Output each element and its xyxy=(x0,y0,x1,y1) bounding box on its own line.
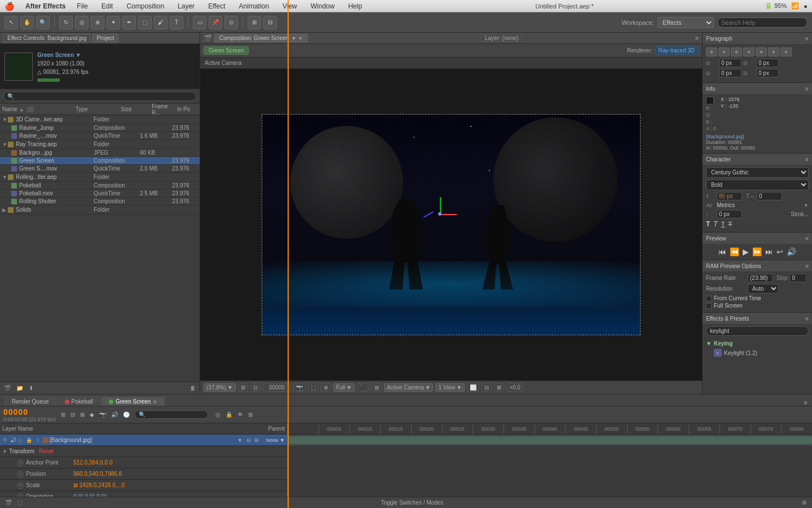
fit-btn[interactable]: ⊞ xyxy=(238,383,248,392)
align-right-btn[interactable]: ≡ xyxy=(731,47,742,56)
reset-btn[interactable]: Reset xyxy=(39,448,54,454)
playhead[interactable] xyxy=(288,423,289,497)
new-folder-btn[interactable]: 📁 xyxy=(15,384,25,392)
rotate-tool[interactable]: ↻ xyxy=(59,16,73,29)
camera-orbit-tool[interactable]: ◎ xyxy=(75,16,89,29)
zoom-control[interactable]: (37.8%) ▼ xyxy=(204,383,236,392)
comp-panel-menu[interactable]: ≡ xyxy=(695,35,699,41)
timeline-timecode[interactable]: 00000 xyxy=(3,408,56,417)
tl-snap-btn[interactable]: ⊟ xyxy=(69,411,77,418)
list-item[interactable]: ▶ Solids Folder xyxy=(0,205,200,214)
list-item[interactable]: Ravine_Jump Composition 23.976 xyxy=(0,124,200,132)
font-size-input[interactable] xyxy=(717,192,742,200)
full-screen-checkbox[interactable] xyxy=(706,303,712,309)
transform-expand[interactable]: ▼ xyxy=(2,449,7,454)
menu-composition[interactable]: Composition xyxy=(124,2,166,10)
keylight-item[interactable]: K Keylight (1.2) xyxy=(703,348,812,358)
list-item[interactable]: Backgro...jpg JPEG 60 KB xyxy=(0,149,200,157)
list-item[interactable]: ▼ 3D Came...ker.aep Folder xyxy=(0,115,200,124)
from-current-checkbox[interactable] xyxy=(706,296,712,301)
unified-tool[interactable]: ✦ xyxy=(107,16,120,29)
tl-switch-btn[interactable]: ⊞ xyxy=(246,411,254,418)
apple-menu[interactable]: 🍎 xyxy=(5,2,14,11)
prev-audio-btn[interactable]: 🔊 xyxy=(787,247,796,256)
hand-tool[interactable]: ✋ xyxy=(20,16,34,29)
layer-vis-icon[interactable]: 👁 xyxy=(2,437,9,443)
3d-btn[interactable]: ⬜ xyxy=(467,383,479,392)
justify-right-btn[interactable]: ≡ xyxy=(768,47,779,56)
timeline-search-input[interactable] xyxy=(135,410,208,419)
green-screen-btn[interactable]: Green Screen xyxy=(204,46,249,55)
workspace-select[interactable]: Effects xyxy=(657,17,714,28)
effects-panel-menu[interactable]: ≡ xyxy=(805,316,809,322)
import-btn[interactable]: ⬆ xyxy=(27,384,35,392)
align-center-btn[interactable]: ≡ xyxy=(718,47,730,56)
list-item[interactable]: Pokeball Composition 23.976 xyxy=(0,182,200,190)
pen-tool[interactable]: ✒ xyxy=(122,16,136,29)
indent-input-4[interactable] xyxy=(756,69,779,77)
project-search-input[interactable] xyxy=(3,91,196,101)
pin-tool[interactable]: 📌 xyxy=(209,16,222,29)
tabs-menu-btn[interactable]: ≡ xyxy=(804,399,807,406)
layer-lock-icon[interactable]: 🔒 xyxy=(26,437,33,443)
anchor-stopwatch[interactable]: ⊙ xyxy=(17,459,24,466)
prev-loop-btn[interactable]: ↩ xyxy=(776,247,783,256)
italic-btn[interactable]: T xyxy=(713,220,717,228)
quality-select[interactable]: Full ▼ xyxy=(333,383,355,392)
font-style-select[interactable]: Bold xyxy=(706,179,809,190)
justify-all-btn[interactable]: ≡ xyxy=(756,47,767,56)
indent-input-3[interactable] xyxy=(719,69,742,77)
indent-input-2[interactable] xyxy=(756,59,779,67)
roto-tool[interactable]: ⊙ xyxy=(224,16,238,29)
pan-tool[interactable]: ⊕ xyxy=(91,16,104,29)
layer-expand-btn[interactable]: ▼ xyxy=(237,437,245,443)
camera-select[interactable]: Active Camera ▼ xyxy=(384,383,433,392)
menu-edit[interactable]: Edit xyxy=(99,2,116,10)
frame-rate-input[interactable] xyxy=(748,274,773,282)
justify-btn[interactable]: ≡ xyxy=(743,47,754,56)
timecode-display[interactable]: 00000 xyxy=(263,383,291,392)
font-family-select[interactable]: Century Gothic xyxy=(706,167,809,178)
brush-tool[interactable]: 🖌 xyxy=(154,16,167,29)
mask-tool[interactable]: ⬚ xyxy=(138,16,152,29)
pokeball-tab[interactable]: Pokeball xyxy=(58,397,100,406)
align-left-btn[interactable]: ≡ xyxy=(706,47,717,56)
layer-audio-icon[interactable]: 🔊 xyxy=(10,437,17,443)
menu-layer[interactable]: Layer xyxy=(175,2,197,10)
new-solid-btn[interactable]: ⬚ xyxy=(16,499,24,506)
list-item[interactable]: Rolling Shutter Composition 23.976 xyxy=(0,198,200,205)
prev-back-btn[interactable]: ⏪ xyxy=(730,247,739,256)
menu-view[interactable]: View xyxy=(280,2,299,10)
comp-tab-dropdown[interactable]: ▼ xyxy=(291,36,296,41)
timeline-settings-btn[interactable]: ⚙ xyxy=(800,499,809,506)
options-2[interactable]: ⊠ xyxy=(494,383,504,392)
list-item[interactable]: ▼ Rolling...tter.aep Folder xyxy=(0,173,200,182)
layer-switch-2[interactable]: ⊞ xyxy=(254,437,261,443)
pos-value[interactable]: 960.0,540.0,7986.8 xyxy=(73,471,122,477)
justify-left-btn[interactable]: ≡ xyxy=(780,47,792,56)
prev-play-btn[interactable]: ▶ xyxy=(743,247,749,256)
shape-tool[interactable]: ▭ xyxy=(193,16,206,29)
list-item[interactable]: Pokeball.mov QuickTime 2.5 MB 23.976 xyxy=(0,190,200,198)
new-comp-btn[interactable]: 🎬 xyxy=(3,499,14,506)
green-screen-tab[interactable]: Green Screen ✕ xyxy=(102,397,165,406)
info-panel-menu[interactable]: ≡ xyxy=(805,86,809,92)
project-tab[interactable]: Project xyxy=(92,34,118,42)
search-help-input[interactable] xyxy=(717,17,807,28)
list-item[interactable]: ▼ Ray Tracing.aep Folder xyxy=(0,140,200,149)
greenscreen-tab-close[interactable]: ✕ xyxy=(153,399,157,405)
prev-last-btn[interactable]: ⏭ xyxy=(765,247,773,256)
scale-stopwatch[interactable]: ⊙ xyxy=(17,482,24,489)
toggle-switches-btn[interactable]: Toggle Switches / Modes xyxy=(27,500,798,506)
grid-btn[interactable]: ⊞ xyxy=(372,383,382,392)
para-panel-menu[interactable]: ≡ xyxy=(805,36,809,42)
parent-value[interactable]: None ▼ xyxy=(262,437,285,443)
layer-switch-1[interactable]: ⊟ xyxy=(246,437,253,443)
render-btn[interactable]: ⬛ xyxy=(357,383,369,392)
delete-btn[interactable]: 🗑 xyxy=(188,384,197,392)
char-panel-menu[interactable]: ≡ xyxy=(805,156,809,163)
tl-audio-btn[interactable]: 🔊 xyxy=(109,411,120,418)
list-item[interactable]: Green S....mov QuickTime 2.0 MB 23.976 xyxy=(0,165,200,173)
tl-lock-btn[interactable]: 🔒 xyxy=(224,411,234,418)
menu-file[interactable]: File xyxy=(74,2,90,10)
